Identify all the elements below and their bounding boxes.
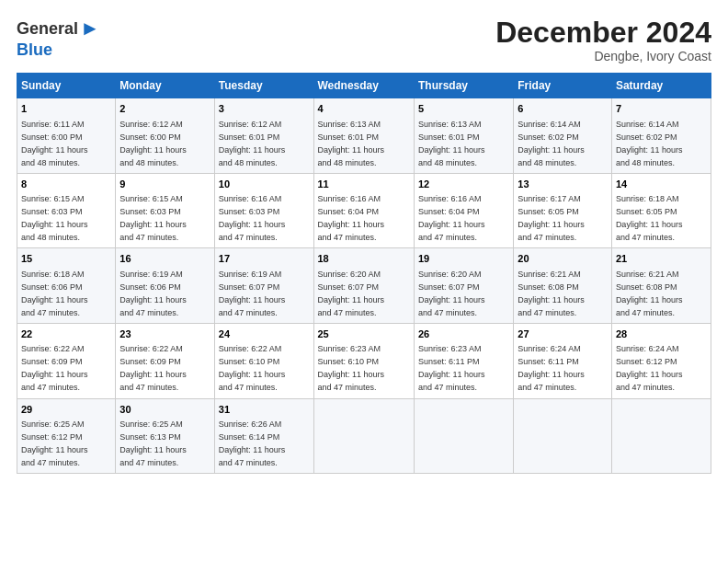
- day-number: 24: [219, 327, 310, 341]
- day-number: 31: [219, 403, 310, 417]
- calendar-week-5: 29 Sunrise: 6:25 AMSunset: 6:12 PMDaylig…: [17, 398, 711, 474]
- day-number: 3: [219, 102, 310, 116]
- month-title: December 2024: [495, 17, 711, 49]
- day-header-saturday: Saturday: [611, 74, 711, 98]
- calendar-header-row: SundayMondayTuesdayWednesdayThursdayFrid…: [17, 74, 711, 98]
- day-number: 27: [518, 327, 608, 341]
- day-header-monday: Monday: [116, 74, 214, 98]
- calendar-cell: 3 Sunrise: 6:12 AMSunset: 6:01 PMDayligh…: [214, 98, 313, 174]
- day-number: 30: [119, 403, 210, 417]
- day-info: Sunrise: 6:12 AMSunset: 6:00 PMDaylight:…: [119, 120, 187, 167]
- day-info: Sunrise: 6:19 AMSunset: 6:07 PMDaylight:…: [219, 270, 286, 317]
- logo-blue-text: Blue: [17, 40, 52, 60]
- day-number: 25: [318, 327, 410, 341]
- day-number: 12: [418, 178, 509, 191]
- logo: General ► Blue: [17, 17, 100, 60]
- day-info: Sunrise: 6:11 AMSunset: 6:00 PMDaylight:…: [21, 120, 88, 167]
- day-header-friday: Friday: [514, 74, 612, 98]
- day-info: Sunrise: 6:14 AMSunset: 6:02 PMDaylight:…: [518, 120, 585, 167]
- day-number: 18: [318, 252, 410, 266]
- day-header-wednesday: Wednesday: [313, 74, 414, 98]
- day-info: Sunrise: 6:17 AMSunset: 6:05 PMDaylight:…: [518, 194, 585, 242]
- day-header-sunday: Sunday: [17, 74, 116, 98]
- calendar-cell: [313, 398, 414, 474]
- day-info: Sunrise: 6:20 AMSunset: 6:07 PMDaylight:…: [418, 270, 485, 317]
- location-title: Dengbe, Ivory Coast: [495, 49, 711, 63]
- calendar-cell: 27 Sunrise: 6:24 AMSunset: 6:11 PMDaylig…: [514, 323, 612, 398]
- calendar-cell: 30 Sunrise: 6:25 AMSunset: 6:13 PMDaylig…: [116, 398, 214, 474]
- day-info: Sunrise: 6:26 AMSunset: 6:14 PMDaylight:…: [219, 419, 286, 467]
- calendar-cell: [514, 398, 612, 474]
- day-number: 29: [21, 403, 111, 417]
- calendar-cell: 24 Sunrise: 6:22 AMSunset: 6:10 PMDaylig…: [214, 323, 313, 398]
- calendar-week-2: 8 Sunrise: 6:15 AMSunset: 6:03 PMDayligh…: [17, 173, 711, 248]
- day-info: Sunrise: 6:16 AMSunset: 6:03 PMDaylight:…: [219, 194, 286, 242]
- calendar-cell: 20 Sunrise: 6:21 AMSunset: 6:08 PMDaylig…: [514, 248, 612, 324]
- day-info: Sunrise: 6:21 AMSunset: 6:08 PMDaylight:…: [518, 270, 585, 317]
- day-info: Sunrise: 6:25 AMSunset: 6:12 PMDaylight:…: [21, 419, 88, 467]
- day-number: 20: [518, 252, 608, 266]
- calendar-cell: 11 Sunrise: 6:16 AMSunset: 6:04 PMDaylig…: [313, 173, 414, 248]
- title-section: December 2024 Dengbe, Ivory Coast: [495, 17, 711, 63]
- day-info: Sunrise: 6:16 AMSunset: 6:04 PMDaylight:…: [418, 194, 485, 242]
- day-info: Sunrise: 6:19 AMSunset: 6:06 PMDaylight:…: [119, 270, 187, 317]
- day-info: Sunrise: 6:22 AMSunset: 6:10 PMDaylight:…: [219, 344, 286, 392]
- day-number: 6: [518, 102, 608, 116]
- calendar-cell: 2 Sunrise: 6:12 AMSunset: 6:00 PMDayligh…: [116, 98, 214, 174]
- day-number: 5: [418, 102, 509, 116]
- day-number: 10: [219, 178, 310, 191]
- day-number: 7: [616, 102, 707, 116]
- calendar-week-1: 1 Sunrise: 6:11 AMSunset: 6:00 PMDayligh…: [17, 98, 711, 174]
- day-info: Sunrise: 6:15 AMSunset: 6:03 PMDaylight:…: [21, 194, 88, 242]
- day-info: Sunrise: 6:13 AMSunset: 6:01 PMDaylight:…: [418, 120, 485, 167]
- calendar-cell: 1 Sunrise: 6:11 AMSunset: 6:00 PMDayligh…: [17, 98, 116, 174]
- calendar-cell: 15 Sunrise: 6:18 AMSunset: 6:06 PMDaylig…: [17, 248, 116, 324]
- calendar-cell: 25 Sunrise: 6:23 AMSunset: 6:10 PMDaylig…: [313, 323, 414, 398]
- calendar-cell: 21 Sunrise: 6:21 AMSunset: 6:08 PMDaylig…: [611, 248, 711, 324]
- day-info: Sunrise: 6:22 AMSunset: 6:09 PMDaylight:…: [21, 344, 88, 392]
- calendar-cell: 10 Sunrise: 6:16 AMSunset: 6:03 PMDaylig…: [214, 173, 313, 248]
- calendar-cell: 16 Sunrise: 6:19 AMSunset: 6:06 PMDaylig…: [116, 248, 214, 324]
- calendar-cell: 17 Sunrise: 6:19 AMSunset: 6:07 PMDaylig…: [214, 248, 313, 324]
- header: General ► Blue December 2024 Dengbe, Ivo…: [17, 17, 711, 63]
- day-number: 17: [219, 252, 310, 266]
- day-number: 23: [119, 327, 210, 341]
- calendar-cell: 26 Sunrise: 6:23 AMSunset: 6:11 PMDaylig…: [414, 323, 513, 398]
- day-info: Sunrise: 6:25 AMSunset: 6:13 PMDaylight:…: [119, 419, 187, 467]
- calendar-table: SundayMondayTuesdayWednesdayThursdayFrid…: [17, 73, 711, 474]
- day-number: 19: [418, 252, 509, 266]
- day-number: 13: [518, 178, 608, 191]
- day-info: Sunrise: 6:24 AMSunset: 6:12 PMDaylight:…: [616, 344, 683, 392]
- day-info: Sunrise: 6:23 AMSunset: 6:11 PMDaylight:…: [418, 344, 485, 392]
- day-info: Sunrise: 6:18 AMSunset: 6:06 PMDaylight:…: [21, 270, 88, 317]
- day-info: Sunrise: 6:16 AMSunset: 6:04 PMDaylight:…: [318, 194, 385, 242]
- logo-general-text: General: [17, 19, 78, 39]
- calendar-cell: 4 Sunrise: 6:13 AMSunset: 6:01 PMDayligh…: [313, 98, 414, 174]
- day-number: 9: [119, 178, 210, 191]
- day-number: 8: [21, 178, 111, 191]
- day-number: 21: [616, 252, 707, 266]
- day-header-thursday: Thursday: [414, 74, 513, 98]
- calendar-cell: 7 Sunrise: 6:14 AMSunset: 6:02 PMDayligh…: [611, 98, 711, 174]
- day-info: Sunrise: 6:12 AMSunset: 6:01 PMDaylight:…: [219, 120, 286, 167]
- calendar-cell: 14 Sunrise: 6:18 AMSunset: 6:05 PMDaylig…: [611, 173, 711, 248]
- day-info: Sunrise: 6:20 AMSunset: 6:07 PMDaylight:…: [318, 270, 385, 317]
- day-number: 16: [119, 252, 210, 266]
- day-info: Sunrise: 6:24 AMSunset: 6:11 PMDaylight:…: [518, 344, 585, 392]
- day-info: Sunrise: 6:15 AMSunset: 6:03 PMDaylight:…: [119, 194, 187, 242]
- calendar-cell: 22 Sunrise: 6:22 AMSunset: 6:09 PMDaylig…: [17, 323, 116, 398]
- day-header-tuesday: Tuesday: [214, 74, 313, 98]
- calendar-cell: 19 Sunrise: 6:20 AMSunset: 6:07 PMDaylig…: [414, 248, 513, 324]
- calendar-cell: [414, 398, 513, 474]
- calendar-cell: 9 Sunrise: 6:15 AMSunset: 6:03 PMDayligh…: [116, 173, 214, 248]
- day-number: 2: [119, 102, 210, 116]
- day-number: 28: [616, 327, 707, 341]
- calendar-cell: 12 Sunrise: 6:16 AMSunset: 6:04 PMDaylig…: [414, 173, 513, 248]
- calendar-cell: 18 Sunrise: 6:20 AMSunset: 6:07 PMDaylig…: [313, 248, 414, 324]
- day-number: 15: [21, 252, 111, 266]
- day-number: 11: [318, 178, 410, 191]
- day-info: Sunrise: 6:14 AMSunset: 6:02 PMDaylight:…: [616, 120, 683, 167]
- day-info: Sunrise: 6:22 AMSunset: 6:09 PMDaylight:…: [119, 344, 187, 392]
- logo-arrow-icon: ►: [80, 17, 100, 40]
- day-info: Sunrise: 6:23 AMSunset: 6:10 PMDaylight:…: [318, 344, 385, 392]
